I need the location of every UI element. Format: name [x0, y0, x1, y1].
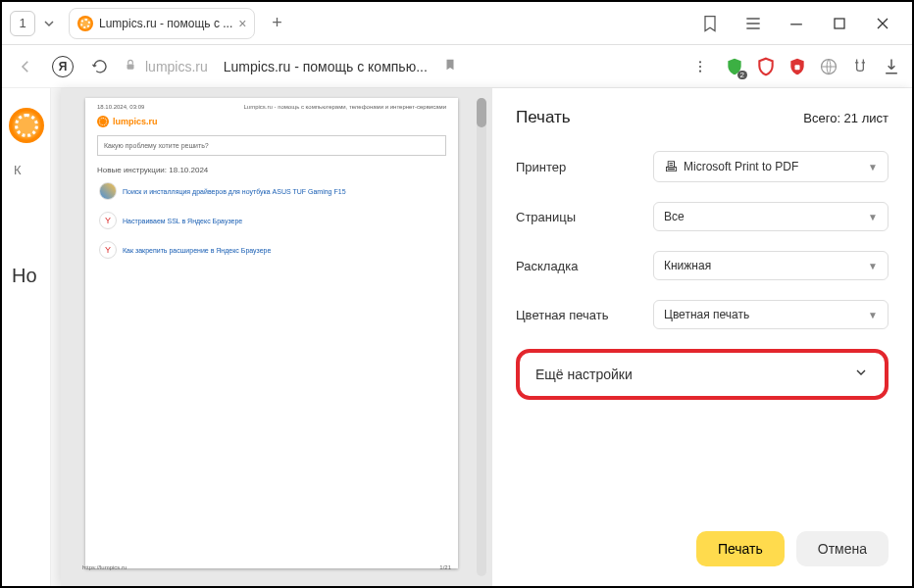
preview-item-icon: Y	[99, 241, 117, 259]
color-label: Цветная печать	[516, 308, 653, 322]
url-domain: lumpics.ru	[145, 59, 208, 74]
preview-search-box: Какую проблему хотите решить?	[97, 135, 446, 156]
preview-list-item: Y Настраиваем SSL в Яндекс Браузере	[97, 210, 446, 231]
preview-page: 18.10.2024, 03:09 Lumpics.ru - помощь с …	[85, 98, 458, 568]
extension-lock-red-icon[interactable]	[787, 56, 808, 77]
lock-icon	[124, 58, 137, 75]
chevron-down-icon: ▼	[868, 310, 878, 320]
background-page: К Но	[2, 88, 51, 586]
chevron-down-icon: ▼	[868, 162, 878, 172]
preview-item-icon	[99, 182, 117, 200]
address-bar: Я lumpics.ru Lumpics.ru - помощь с компь…	[2, 45, 912, 88]
printer-dropdown[interactable]: 🖶Microsoft Print to PDF ▼	[653, 151, 889, 182]
print-title: Печать	[516, 108, 571, 127]
preview-logo-text: lumpics.ru	[113, 117, 158, 126]
print-dialog: 18.10.2024, 03:09 Lumpics.ru - помощь с …	[61, 88, 912, 586]
bookmark-bar-icon[interactable]	[688, 4, 732, 43]
preview-date: 18.10.2024, 03:09	[97, 104, 144, 110]
preview-footer-url: https://lumpics.ru	[82, 564, 127, 570]
content-area: К Но 18.10.2024, 03:09 Lumpics.ru - помо…	[2, 88, 912, 586]
print-total: Всего: 21 лист	[803, 111, 889, 125]
svg-rect-5	[795, 65, 800, 70]
bg-logo-icon	[9, 108, 44, 143]
preview-item-icon: Y	[99, 212, 117, 229]
bookmark-icon[interactable]	[443, 58, 457, 75]
chevron-down-icon: ▼	[868, 261, 878, 271]
extension-shield-green-icon[interactable]: 2	[724, 56, 745, 77]
cancel-button[interactable]: Отмена	[796, 531, 889, 566]
preview-header-title: Lumpics.ru - помощь с компьютерами, теле…	[243, 104, 446, 110]
more-settings-toggle[interactable]: Ещё настройки	[516, 349, 889, 400]
feedback-icon[interactable]	[849, 56, 871, 77]
globe-icon[interactable]	[818, 56, 839, 77]
svg-rect-1	[127, 64, 134, 69]
yandex-logo-icon[interactable]: Я	[49, 53, 76, 80]
downloads-icon[interactable]	[881, 56, 902, 77]
chevron-down-icon	[853, 365, 869, 384]
preview-logo-icon	[97, 116, 109, 127]
svg-point-3	[699, 65, 701, 67]
window-titlebar: 1 Lumpics.ru - помощь с ... × +	[2, 2, 912, 45]
kebab-menu-icon[interactable]	[686, 53, 714, 80]
print-settings-pane: Печать Всего: 21 лист Принтер 🖶Microsoft…	[492, 88, 912, 586]
url-page-title: Lumpics.ru - помощь с компью...	[224, 59, 428, 74]
preview-list-item: Y Как закрепить расширение в Яндекс Брау…	[97, 239, 446, 261]
browser-tab[interactable]: Lumpics.ru - помощь с ... ×	[69, 8, 255, 39]
chevron-down-icon: ▼	[868, 212, 878, 222]
reload-button[interactable]	[86, 53, 114, 80]
preview-scroll-thumb[interactable]	[477, 98, 486, 127]
menu-icon[interactable]	[732, 4, 775, 43]
back-button[interactable]	[12, 53, 39, 80]
close-window-button[interactable]	[861, 4, 904, 43]
preview-list-item: Поиск и инсталляция драйверов для ноутбу…	[97, 180, 446, 202]
maximize-button[interactable]	[818, 4, 861, 43]
print-preview-pane: 18.10.2024, 03:09 Lumpics.ru - помощь с …	[61, 88, 492, 586]
more-settings-label: Ещё настройки	[535, 367, 633, 382]
new-tab-button[interactable]: +	[263, 10, 290, 37]
print-button[interactable]: Печать	[696, 531, 785, 566]
minimize-button[interactable]	[775, 4, 818, 43]
pages-dropdown[interactable]: Все ▼	[653, 202, 889, 231]
svg-point-4	[699, 70, 701, 72]
printer-label: Принтер	[516, 160, 653, 174]
tab-counter[interactable]: 1	[10, 11, 35, 36]
tab-title: Lumpics.ru - помощь с ...	[99, 17, 232, 30]
url-box[interactable]: lumpics.ru Lumpics.ru - помощь с компью.…	[124, 58, 457, 75]
layout-label: Раскладка	[516, 259, 653, 273]
bg-heading-fragment: Но	[12, 265, 37, 287]
extension-shield-red-icon[interactable]	[755, 56, 777, 77]
svg-rect-0	[835, 19, 844, 28]
tabs-dropdown[interactable]	[39, 18, 59, 29]
bg-letter: К	[14, 163, 50, 177]
preview-footer-page: 1/21	[439, 564, 451, 570]
layout-dropdown[interactable]: Книжная ▼	[653, 251, 889, 280]
preview-section-heading: Новые инструкции: 18.10.2024	[97, 166, 446, 174]
color-dropdown[interactable]: Цветная печать ▼	[653, 300, 889, 329]
svg-point-2	[699, 61, 701, 63]
favicon-icon	[77, 16, 93, 31]
preview-scrollbar[interactable]	[477, 98, 486, 576]
tab-close-button[interactable]: ×	[238, 16, 246, 31]
printer-icon: 🖶	[664, 159, 678, 174]
pages-label: Страницы	[516, 210, 653, 224]
extension-badge: 2	[737, 71, 747, 79]
